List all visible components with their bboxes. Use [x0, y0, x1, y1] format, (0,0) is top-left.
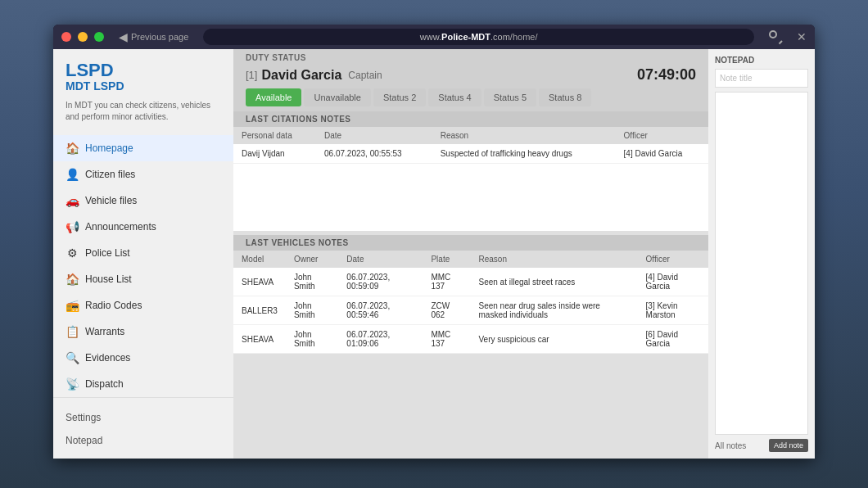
- sidebar-item-vehicle-files[interactable]: 🚗 Vehicle files: [53, 188, 233, 214]
- content-with-notes: DUTY STATUS [1] David Garcia Captain 07:…: [233, 49, 815, 459]
- sidebar-item-homepage[interactable]: 🏠 Homepage: [53, 135, 233, 161]
- citation-reason: Suspected of trafficking heavy drugs: [432, 144, 616, 164]
- status8-button[interactable]: Status 8: [539, 88, 591, 106]
- vehicles-col-plate: Plate: [423, 251, 470, 268]
- sidebar-item-evidences[interactable]: 🔍 Evidences: [53, 345, 233, 371]
- notes-panel: NOTEPAD Note title All notes Add note: [708, 49, 815, 459]
- citations-table: Personal data Date Reason Officer Davij …: [233, 127, 708, 164]
- vehicle-plate: MMC 137: [423, 268, 470, 296]
- citations-table-container: Personal data Date Reason Officer Davij …: [233, 127, 708, 231]
- vehicle-note-row[interactable]: SHEAVA John Smith 06.07.2023, 01:09:06 M…: [233, 325, 708, 354]
- vehicles-col-model: Model: [233, 251, 286, 268]
- sidebar-item-announcements-label: Announcements: [85, 221, 156, 233]
- citations-col-officer: Officer: [616, 127, 708, 144]
- vehicle-date: 06.07.2023, 00:59:09: [338, 268, 423, 296]
- citizen-icon: 👤: [66, 168, 79, 181]
- vehicle-officer: [6] David Garcia: [638, 325, 708, 354]
- sidebar-item-warrants-label: Warrants: [85, 326, 124, 337]
- notepad-header: NOTEPAD: [715, 56, 808, 65]
- maximize-btn[interactable]: [94, 32, 104, 42]
- duty-info-row: [1] David Garcia Captain 07:49:00: [246, 66, 696, 84]
- sidebar-item-police-list[interactable]: ⚙ Police List: [53, 240, 233, 266]
- sidebar-item-vehicle-label: Vehicle files: [85, 195, 137, 206]
- close-btn[interactable]: [61, 32, 71, 42]
- duty-status-section: DUTY STATUS [1] David Garcia Captain 07:…: [233, 49, 708, 111]
- vehicle-model: SHEAVA: [233, 325, 286, 354]
- add-note-button[interactable]: Add note: [769, 439, 808, 452]
- vehicle-owner: John Smith: [286, 296, 338, 325]
- all-notes-link[interactable]: All notes: [715, 441, 746, 450]
- browser-titlebar: ◀ Previous page www.Police-MDT.com/home/…: [53, 25, 815, 49]
- back-button[interactable]: ◀ Previous page: [119, 30, 188, 43]
- sidebar-logo: LSPD MDT LSPD In MDT you can check citiz…: [53, 61, 233, 131]
- search-icon[interactable]: [769, 30, 782, 43]
- vehicle-reason: Seen near drug sales inside were masked …: [470, 296, 637, 325]
- vehicle-model: BALLER3: [233, 296, 286, 325]
- vehicle-officer: [3] Kevin Marston: [638, 296, 708, 325]
- sidebar: LSPD MDT LSPD In MDT you can check citiz…: [53, 49, 233, 459]
- notepad-item[interactable]: Notepad: [53, 429, 233, 452]
- status-buttons-row: Available Unavailable Status 2 Status 4 …: [246, 84, 696, 111]
- officer-name: David Garcia: [261, 68, 341, 83]
- status2-button[interactable]: Status 2: [373, 88, 426, 106]
- center-content: DUTY STATUS [1] David Garcia Captain 07:…: [233, 49, 708, 459]
- warrants-icon: 📋: [66, 325, 79, 338]
- sidebar-item-evidences-label: Evidences: [85, 352, 130, 364]
- logout-item[interactable]: Logout: [53, 452, 233, 459]
- citations-section-header: LAST CITATIONS NOTES: [233, 111, 708, 127]
- house-list-icon: 🏠: [66, 273, 79, 286]
- minimize-btn[interactable]: [78, 32, 88, 42]
- home-icon: 🏠: [66, 142, 79, 155]
- sidebar-item-announcements[interactable]: 📢 Announcements: [53, 214, 233, 240]
- vehicle-note-row[interactable]: SHEAVA John Smith 06.07.2023, 00:59:09 M…: [233, 268, 708, 296]
- vehicles-col-owner: Owner: [286, 251, 338, 268]
- vehicle-reason: Very suspicious car: [470, 325, 637, 354]
- citation-officer: [4] David Garcia: [616, 144, 708, 164]
- sidebar-item-warrants[interactable]: 📋 Warrants: [53, 319, 233, 345]
- vehicle-date: 06.07.2023, 00:59:46: [338, 296, 423, 325]
- sidebar-item-radio-codes-label: Radio Codes: [85, 300, 142, 311]
- citations-col-personal: Personal data: [233, 127, 316, 144]
- sidebar-item-house-list[interactable]: 🏠 House List: [53, 266, 233, 292]
- browser-content: LSPD MDT LSPD In MDT you can check citiz…: [53, 49, 815, 459]
- evidences-icon: 🔍: [66, 351, 79, 364]
- note-title-field[interactable]: Note title: [715, 69, 808, 88]
- duty-time: 07:49:00: [637, 66, 696, 84]
- status4-button[interactable]: Status 4: [428, 88, 481, 106]
- duty-status-label: DUTY STATUS: [246, 53, 696, 62]
- vehicles-col-officer: Officer: [638, 251, 708, 268]
- dispatch-icon: 📡: [66, 377, 79, 391]
- address-bar[interactable]: www.Police-MDT.com/home/: [203, 29, 754, 45]
- vehicle-note-row[interactable]: BALLER3 John Smith 06.07.2023, 00:59:46 …: [233, 296, 708, 325]
- sidebar-bottom: Settings Notepad Logout: [53, 397, 233, 459]
- main-area: DUTY STATUS [1] David Garcia Captain 07:…: [233, 49, 815, 459]
- status5-button[interactable]: Status 5: [484, 88, 536, 106]
- sidebar-item-police-list-label: Police List: [85, 247, 130, 259]
- vehicle-notes-table: Model Owner Date Plate Reason Officer SH…: [233, 251, 708, 354]
- sidebar-item-radio-codes[interactable]: 📻 Radio Codes: [53, 292, 233, 319]
- citations-row[interactable]: Davij Vijdan 06.07.2023, 00:55:53 Suspec…: [233, 144, 708, 164]
- vehicle-notes-table-container: Model Owner Date Plate Reason Officer SH…: [233, 251, 708, 354]
- sidebar-item-dispatch[interactable]: 📡 Dispatch: [53, 371, 233, 397]
- browser-close-icon[interactable]: ✕: [797, 30, 807, 43]
- citations-col-reason: Reason: [432, 127, 616, 144]
- police-list-icon: ⚙: [66, 246, 79, 260]
- officer-id: [1]: [246, 69, 257, 81]
- officer-rank: Captain: [348, 70, 382, 81]
- vehicle-owner: John Smith: [286, 268, 338, 296]
- mdt-logo-text: MDT LSPD: [66, 79, 221, 93]
- vehicle-owner: John Smith: [286, 325, 338, 354]
- announcements-icon: 📢: [66, 220, 79, 233]
- sidebar-item-homepage-label: Homepage: [85, 142, 133, 154]
- citations-col-date: Date: [316, 127, 432, 144]
- sidebar-nav: 🏠 Homepage 👤 Citizen files 🚗 Vehicle fil…: [53, 135, 233, 397]
- radio-codes-icon: 📻: [66, 299, 79, 312]
- sidebar-item-citizen-files[interactable]: 👤 Citizen files: [53, 161, 233, 188]
- unavailable-button[interactable]: Unavailable: [304, 88, 370, 106]
- settings-item[interactable]: Settings: [53, 406, 233, 429]
- available-button[interactable]: Available: [246, 88, 301, 106]
- vehicles-col-reason: Reason: [470, 251, 637, 268]
- citation-date: 06.07.2023, 00:55:53: [316, 144, 432, 164]
- vehicle-date: 06.07.2023, 01:09:06: [338, 325, 423, 354]
- vehicle-notes-section-header: LAST VEHICLES NOTES: [233, 235, 708, 251]
